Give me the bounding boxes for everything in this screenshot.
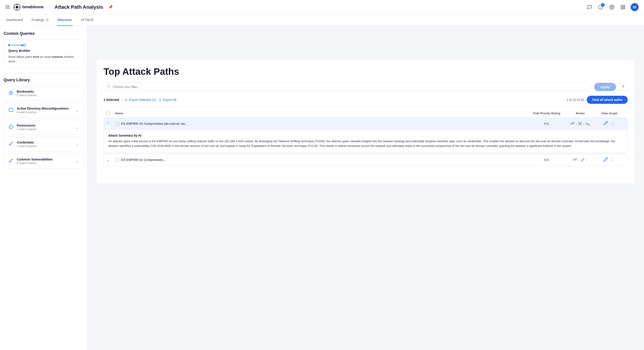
svg-rect-29 xyxy=(571,123,572,124)
svg-rect-15 xyxy=(48,18,48,19)
svg-point-22 xyxy=(107,85,110,87)
row-1-nodes: 〉 〉 xyxy=(567,122,594,126)
select-all-checkbox[interactable] xyxy=(106,112,110,115)
table-toolbar: 1 Selected Export Selected (1) Export Al… xyxy=(104,96,628,107)
row-2-nodes: 〉 〉 xyxy=(567,158,594,162)
row-2-expand-icon[interactable]: ⌄ xyxy=(106,158,109,162)
apply-button[interactable]: Apply xyxy=(594,83,616,91)
selected-count: 1 Selected xyxy=(104,98,119,102)
header-view-graph: View Graph xyxy=(594,112,625,115)
svg-line-49 xyxy=(582,160,583,161)
user-avatar[interactable]: NI xyxy=(630,3,639,11)
row-2-rating: N/A xyxy=(526,158,567,162)
sidebar-item-bookmarks[interactable]: Bookmarks 0 search queries xyxy=(4,86,84,101)
sidebar: Custom Queries ▶ Query Builder Show atta… xyxy=(0,26,87,350)
chevron-right-nodes-2: 〉 xyxy=(584,122,584,125)
query-builder-desc: Show attack paths from an asset towards … xyxy=(8,55,79,63)
svg-line-37 xyxy=(580,123,581,123)
table-row-1: ⌃ EX-EMPIRE-02 Compromises win-vuln-dc v… xyxy=(104,118,628,130)
export-all-button[interactable]: Export All xyxy=(158,98,176,102)
nav-divider xyxy=(49,4,49,10)
svg-point-35 xyxy=(578,124,579,125)
svg-rect-17 xyxy=(48,20,48,21)
find-all-button[interactable]: Find all attack paths xyxy=(587,96,628,104)
query-builder-card[interactable]: ▶ Query Builder Show attack paths from a… xyxy=(4,39,84,68)
more-options-icon[interactable]: ⋮ xyxy=(611,121,615,126)
sidebar-divider xyxy=(4,73,84,73)
tab-discover[interactable]: Discover xyxy=(57,14,73,26)
filter-input[interactable] xyxy=(104,83,592,91)
svg-rect-16 xyxy=(46,20,47,21)
main-content: Top Attack Paths Apply 1 Selected xyxy=(87,52,644,350)
bookmarks-icon xyxy=(8,91,14,96)
table-header: Name Path Priority Rating Nodes View Gra… xyxy=(104,109,628,117)
chevron-down-icon-2: ⌄ xyxy=(76,125,79,130)
svg-line-23 xyxy=(109,87,110,88)
search-icon xyxy=(107,85,110,89)
row-1-name: EX-EMPIRE-02 Compromises win-vuln-dc via… xyxy=(121,122,188,126)
row-2-name: EX-EMPIRE-02 Compromises... xyxy=(121,158,166,162)
sidebar-item-active-directory[interactable]: Active Directory Misconfigurations 8 sea… xyxy=(4,103,84,118)
notification-badge: 4 xyxy=(601,3,605,7)
chevron-down-icon-3: ⌄ xyxy=(76,142,79,147)
table-row-2: ⌄ EX-EMPIRE-02 Compromises... N/A 〉 〉 xyxy=(104,154,628,166)
logo: tenableone xyxy=(14,3,44,11)
sidebar-item-vulnerabilities[interactable]: Common Vulnerabilities 6 search queries … xyxy=(4,154,84,169)
view-graph-icon[interactable] xyxy=(604,121,608,126)
info-icon[interactable]: 4 xyxy=(597,3,604,11)
sidebar-item-credentials[interactable]: Credentials 3 search queries ⌄ xyxy=(4,137,84,152)
grid-icon[interactable] xyxy=(620,3,626,11)
query-builder-title: Query Builder xyxy=(8,49,79,52)
svg-point-20 xyxy=(10,144,11,145)
row-2-more-options-icon[interactable]: ⋮ xyxy=(611,157,615,162)
svg-point-36 xyxy=(581,124,582,125)
sidebar-item-permissions[interactable]: Permissions 4 search queries ⌄ xyxy=(4,120,84,135)
svg-rect-10 xyxy=(621,5,622,6)
svg-point-47 xyxy=(581,161,582,161)
settings-icon[interactable] xyxy=(608,3,616,11)
menu-button[interactable] xyxy=(5,5,10,9)
table-row: ⌃ EX-EMPIRE-02 Compromises win-vuln-dc v… xyxy=(104,117,628,153)
svg-rect-14 xyxy=(46,18,47,19)
filter-options-button[interactable] xyxy=(619,82,628,91)
svg-rect-30 xyxy=(573,122,574,124)
ai-summary-text: An attacker gains initial access to EX-E… xyxy=(108,139,623,149)
row-2-checkbox[interactable] xyxy=(116,158,119,162)
page-title: Attack Path Analysis xyxy=(54,4,103,10)
svg-rect-42 xyxy=(588,124,590,126)
tab-dashboard[interactable]: Dashboard xyxy=(5,14,24,26)
arrow-path-icon: ▶ xyxy=(8,44,26,46)
chat-icon[interactable] xyxy=(586,3,593,11)
folder-icon xyxy=(8,108,14,113)
svg-line-48 xyxy=(583,159,584,159)
vulnerability-key-icon xyxy=(8,159,14,164)
tab-findings[interactable]: Findings xyxy=(31,14,50,26)
svg-rect-13 xyxy=(624,7,625,9)
expanded-content: Attack Summary by AI An attacker gains i… xyxy=(104,130,628,153)
svg-rect-11 xyxy=(624,5,625,6)
svg-point-33 xyxy=(581,122,582,123)
svg-point-21 xyxy=(10,161,11,162)
svg-rect-43 xyxy=(574,159,575,161)
header-name: Name xyxy=(115,112,526,115)
chevron-right-nodes: 〉 xyxy=(576,122,577,125)
filter-bar: Apply xyxy=(104,82,628,91)
filter-input-wrap xyxy=(104,83,592,91)
row-expand-icon[interactable]: ⌃ xyxy=(106,121,109,126)
chevron-down-icon: ⌄ xyxy=(76,108,79,113)
tab-attck[interactable]: ATT&CK xyxy=(80,14,94,26)
export-selected-button[interactable]: Export Selected (1) xyxy=(124,98,156,102)
svg-point-32 xyxy=(580,123,581,124)
header-checkbox-col xyxy=(106,112,115,115)
row-2-view-graph-icon[interactable] xyxy=(604,157,608,163)
query-library-title: Query Library xyxy=(4,78,84,82)
pin-icon[interactable]: 📌 xyxy=(108,5,113,9)
svg-point-1 xyxy=(16,6,18,8)
header-priority: Path Priority Rating xyxy=(526,112,567,115)
chevron-down-icon-4: ⌄ xyxy=(76,159,79,164)
row-1-checkbox[interactable] xyxy=(116,122,119,126)
svg-point-45 xyxy=(582,159,584,161)
main-layout: Custom Queries ▶ Query Builder Show atta… xyxy=(0,52,644,350)
logo-text: tenableone xyxy=(22,5,44,9)
svg-point-34 xyxy=(578,122,579,123)
